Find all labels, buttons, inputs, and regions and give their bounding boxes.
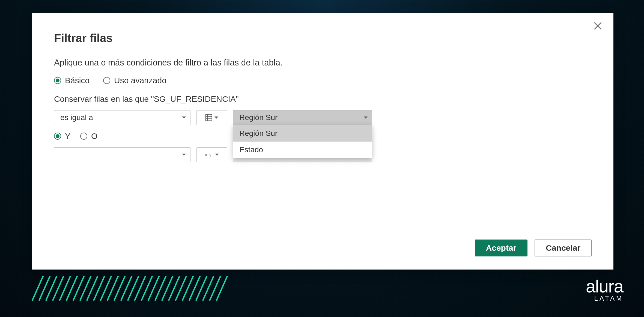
svg-line-18 <box>94 276 105 301</box>
svg-line-15 <box>73 276 84 301</box>
radio-or[interactable]: O <box>80 131 97 141</box>
chevron-down-icon <box>182 116 186 119</box>
close-icon <box>593 21 603 31</box>
svg-line-36 <box>216 276 227 301</box>
svg-line-19 <box>100 276 111 301</box>
svg-line-29 <box>169 276 180 301</box>
cancel-button[interactable]: Cancelar <box>535 240 592 256</box>
radio-and-label: Y <box>65 131 70 141</box>
value-dropdown-1[interactable]: Región Sur <box>233 110 372 125</box>
filter-row-1: es igual a Región Sur Región Sur Est <box>54 110 592 125</box>
value-wrapper-1: Región Sur Región Sur Estado <box>233 110 372 125</box>
svg-line-17 <box>87 276 98 301</box>
radio-icon <box>54 77 61 84</box>
svg-line-10 <box>39 276 50 301</box>
svg-line-21 <box>114 276 125 301</box>
radio-and[interactable]: Y <box>54 131 70 141</box>
chevron-down-icon <box>364 116 368 119</box>
dialog-title: Filtrar filas <box>54 32 592 45</box>
radio-basic-label: Básico <box>65 76 90 85</box>
svg-line-13 <box>59 276 70 301</box>
svg-line-16 <box>80 276 91 301</box>
radio-icon <box>103 77 110 84</box>
chevron-down-icon <box>215 154 219 156</box>
type-dropdown-1[interactable] <box>196 110 227 125</box>
svg-line-14 <box>66 276 77 301</box>
svg-line-9 <box>32 276 43 301</box>
dialog-button-row: Aceptar Cancelar <box>475 240 592 256</box>
dropdown-option[interactable]: Región Sur <box>233 125 372 142</box>
svg-line-35 <box>210 276 220 301</box>
svg-rect-2 <box>206 115 212 121</box>
svg-line-28 <box>162 276 173 301</box>
operator-dropdown-1[interactable]: es igual a <box>54 110 190 125</box>
svg-line-27 <box>155 276 166 301</box>
svg-line-34 <box>203 276 214 301</box>
radio-advanced-label: Uso avanzado <box>114 76 166 85</box>
operator-value: es igual a <box>60 113 93 122</box>
type-dropdown-2[interactable]: A B C <box>196 147 227 162</box>
mode-radio-group: Básico Uso avanzado <box>54 76 592 85</box>
radio-icon <box>80 133 87 140</box>
dialog-subtitle: Aplique una o más condiciones de filtro … <box>54 58 592 68</box>
logo-name: alura <box>586 278 623 295</box>
brand-logo: alura LATAM <box>586 278 623 302</box>
svg-line-33 <box>196 276 207 301</box>
svg-line-23 <box>128 276 139 301</box>
dropdown-option[interactable]: Estado <box>233 142 372 158</box>
svg-line-30 <box>175 276 186 301</box>
accept-button[interactable]: Aceptar <box>475 240 528 256</box>
svg-line-31 <box>182 276 193 301</box>
svg-line-22 <box>121 276 132 301</box>
close-button[interactable] <box>593 21 603 31</box>
radio-basic[interactable]: Básico <box>54 76 90 85</box>
svg-line-12 <box>53 276 64 301</box>
svg-text:C: C <box>210 154 212 158</box>
filter-rows-dialog: Filtrar filas Aplique una o más condicio… <box>32 13 613 270</box>
list-type-icon <box>205 114 212 121</box>
radio-advanced[interactable]: Uso avanzado <box>103 76 166 85</box>
decorative-stripes <box>32 276 229 301</box>
svg-line-25 <box>141 276 152 301</box>
svg-line-32 <box>189 276 200 301</box>
svg-line-20 <box>107 276 118 301</box>
value-selected: Región Sur <box>239 113 278 122</box>
text-type-icon: A B C <box>205 152 213 158</box>
operator-dropdown-2[interactable] <box>54 147 190 162</box>
condition-text: Conservar filas en las que "SG_UF_RESIDE… <box>54 94 592 104</box>
chevron-down-icon <box>214 116 218 119</box>
svg-line-24 <box>135 276 145 301</box>
radio-icon <box>54 133 61 140</box>
radio-or-label: O <box>91 131 97 141</box>
svg-line-26 <box>148 276 159 301</box>
svg-text:B: B <box>207 152 210 156</box>
value-dropdown-menu: Región Sur Estado <box>233 125 372 158</box>
chevron-down-icon <box>182 154 186 156</box>
svg-line-11 <box>46 276 57 301</box>
